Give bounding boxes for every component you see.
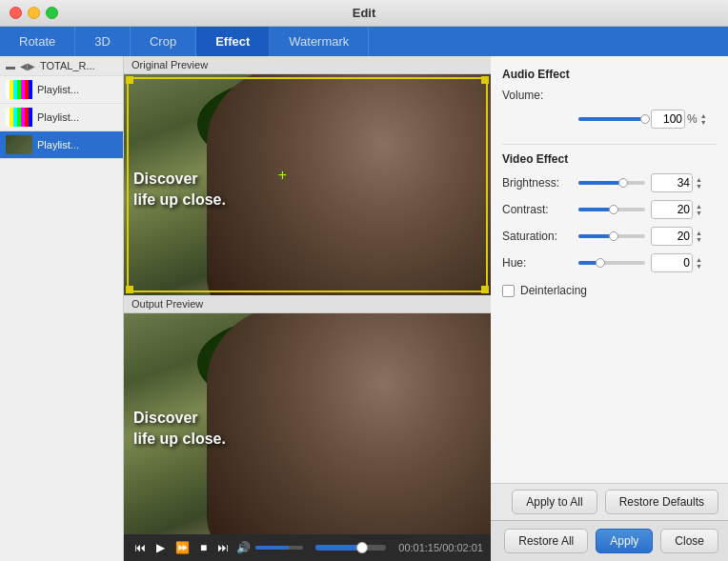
hue-up-arrow[interactable]: ▲ [694, 256, 704, 263]
progress-thumb[interactable] [356, 542, 368, 553]
volume-slider-row: % ▲ ▼ [502, 110, 717, 129]
fast-forward-button[interactable]: ⏩ [172, 539, 192, 556]
split-view: Original Preview Discoverlife up close. [124, 56, 728, 561]
contrast-stepper-arrows[interactable]: ▲ ▼ [694, 203, 704, 216]
volume-slider-thumb[interactable] [640, 114, 650, 124]
sidebar-item-playlist-1[interactable]: Playlist... [0, 76, 123, 104]
sidebar-item-playlist-2[interactable]: Playlist... [0, 104, 123, 131]
close-window-button[interactable] [10, 7, 22, 19]
skip-back-button[interactable]: ⏮ [131, 539, 149, 556]
window-controls[interactable] [10, 7, 58, 19]
contrast-up-arrow[interactable]: ▲ [694, 203, 704, 210]
volume-unit: % [687, 112, 698, 126]
video-text-output: Discoverlife up close. [133, 408, 226, 449]
output-preview-label: Output Preview [124, 295, 491, 313]
sidebar-item-label-1: Playlist... [37, 84, 79, 95]
time-display: 00:01:15/00:02:01 [398, 542, 483, 553]
sidebar: ▬ ◀▶ TOTAL_R... Playlist... [0, 56, 124, 561]
video-effect-title: Video Effect [502, 152, 717, 166]
hue-stepper-arrows[interactable]: ▲ ▼ [694, 256, 704, 270]
maximize-window-button[interactable] [46, 7, 58, 19]
volume-input[interactable] [651, 110, 685, 129]
crop-handle-bl[interactable] [126, 286, 133, 293]
bottom-bar-2: Restore All Apply Close [491, 520, 728, 561]
tab-3d[interactable]: 3D [75, 27, 131, 56]
volume-stepper-arrows[interactable]: ▲ ▼ [698, 112, 709, 126]
window-title: Edit [353, 6, 376, 20]
hue-stepper: ▲ ▼ [651, 253, 704, 272]
crop-handle-tl[interactable] [126, 76, 133, 84]
volume-slider-track[interactable] [578, 117, 645, 121]
contrast-input[interactable] [651, 200, 693, 219]
brightness-slider-thumb[interactable] [618, 178, 628, 188]
contrast-slider-thumb[interactable] [609, 205, 618, 214]
tab-crop[interactable]: Crop [131, 27, 196, 56]
restore-all-button[interactable]: Restore All [504, 529, 588, 553]
saturation-stepper: ▲ ▼ [651, 227, 704, 246]
hue-down-arrow[interactable]: ▼ [694, 263, 704, 270]
minimize-window-button[interactable] [28, 7, 40, 19]
hue-input[interactable] [651, 253, 693, 272]
hue-label: Hue: [502, 256, 578, 270]
crop-border [127, 77, 488, 292]
close-button[interactable]: Close [660, 529, 718, 553]
stop-button[interactable]: ■ [197, 539, 210, 556]
saturation-slider-track[interactable] [578, 234, 645, 238]
saturation-up-arrow[interactable]: ▲ [694, 230, 704, 236]
deinterlacing-checkbox[interactable] [502, 285, 515, 297]
progress-track[interactable] [315, 545, 386, 551]
crop-handle-br[interactable] [481, 286, 489, 293]
sidebar-item-label-total: TOTAL_R... [40, 60, 95, 71]
saturation-stepper-arrows[interactable]: ▲ ▼ [694, 230, 704, 243]
apply-to-all-button[interactable]: Apply to All [512, 490, 597, 514]
crop-handle-tr[interactable] [481, 76, 489, 84]
sidebar-item-total[interactable]: ▬ ◀▶ TOTAL_R... [0, 56, 123, 76]
tab-effect[interactable]: Effect [196, 27, 270, 56]
volume-slider[interactable] [255, 546, 303, 550]
saturation-control-row: Saturation: ▲ ▼ [502, 227, 717, 246]
time-total: 00:02:01 [442, 542, 483, 553]
volume-up-arrow[interactable]: ▲ [698, 112, 709, 119]
skip-forward-button[interactable]: ⏭ [214, 539, 232, 556]
volume-slider-fill [578, 117, 645, 121]
sidebar-collapse-icon: ▬ [6, 61, 15, 71]
saturation-down-arrow[interactable]: ▼ [694, 236, 704, 243]
sidebar-item-label-3: Playlist... [37, 139, 79, 150]
bar [29, 80, 32, 99]
color-bars-1 [6, 80, 32, 99]
crosshair-icon: + [278, 167, 287, 184]
tab-watermark[interactable]: Watermark [270, 27, 369, 56]
saturation-slider-thumb[interactable] [609, 231, 618, 241]
contrast-slider-track[interactable] [578, 208, 645, 211]
apply-button[interactable]: Apply [596, 529, 653, 553]
hue-slider-thumb[interactable] [596, 258, 605, 268]
contrast-stepper: ▲ ▼ [651, 200, 704, 219]
divider-1 [502, 144, 717, 145]
sidebar-item-playlist-3[interactable]: Playlist... [0, 131, 123, 159]
tab-rotate[interactable]: Rotate [0, 27, 75, 56]
contrast-slider-fill [578, 208, 612, 211]
saturation-input[interactable] [651, 227, 693, 246]
brightness-down-arrow[interactable]: ▼ [694, 183, 704, 190]
play-button[interactable]: ▶ [153, 539, 168, 556]
sidebar-thumb-2 [6, 108, 32, 127]
brightness-slider-track[interactable] [578, 181, 645, 185]
color-bars-2 [6, 108, 32, 127]
title-bar: Edit [0, 0, 728, 27]
contrast-down-arrow[interactable]: ▼ [694, 210, 704, 216]
brightness-stepper: ▲ ▼ [651, 173, 704, 192]
brightness-input[interactable] [651, 173, 693, 192]
hue-slider-track[interactable] [578, 261, 645, 265]
brightness-stepper-arrows[interactable]: ▲ ▼ [694, 176, 704, 190]
volume-icon: 🔊 [236, 541, 251, 554]
volume-fill [255, 546, 289, 550]
brightness-up-arrow[interactable]: ▲ [694, 176, 704, 183]
brightness-slider-fill [578, 181, 622, 185]
preview-panels: Original Preview Discoverlife up close. [124, 56, 491, 561]
sidebar-thumb-3 [6, 135, 32, 154]
restore-defaults-button[interactable]: Restore Defaults [605, 490, 718, 514]
original-video-frame: Discoverlife up close. + [124, 74, 491, 295]
volume-down-arrow[interactable]: ▼ [698, 119, 709, 126]
saturation-label: Saturation: [502, 230, 578, 243]
output-video-frame: Discoverlife up close. [124, 313, 491, 534]
